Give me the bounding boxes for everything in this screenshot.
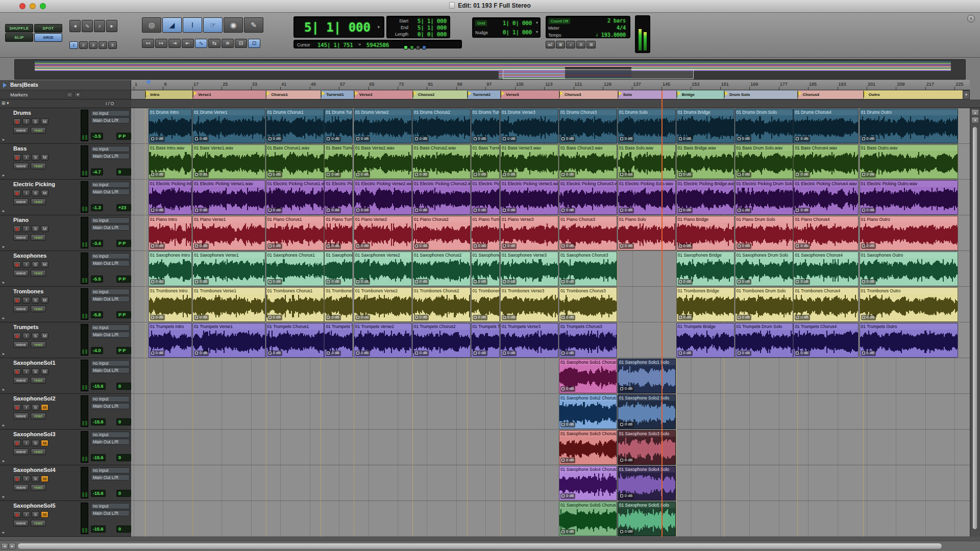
clip-gain-badge[interactable]: 0 dB — [737, 208, 751, 213]
clip-gain-badge[interactable]: 0 dB — [619, 458, 634, 463]
track-expand-arrow[interactable]: ▸ — [3, 352, 5, 356]
audio-clip[interactable]: 01 Saxophone Solo4 Chorus30 dB — [559, 466, 617, 500]
input-path-selector[interactable]: no input — [91, 467, 130, 473]
track-view-selector[interactable]: wave — [13, 306, 29, 312]
marker-name[interactable]: Chorus1 — [271, 92, 287, 97]
volume-value[interactable]: -5.8 — [91, 311, 103, 318]
mute-button[interactable]: M — [41, 475, 48, 482]
audio-clip[interactable]: 01 Drums Intro0 dB — [149, 109, 192, 143]
output-path-selector[interactable]: Main Out L/R — [91, 224, 130, 231]
clip-gain-badge[interactable]: 0 dB — [150, 350, 165, 356]
pan-value[interactable]: P P — [116, 133, 131, 140]
audio-clip[interactable]: 01 Saxophones Verse30 dB — [500, 252, 558, 286]
output-path-selector[interactable]: Main Out L/R — [91, 332, 130, 338]
audio-clip[interactable]: 01 Drums Solo0 dB — [618, 109, 676, 143]
clip-gain-badge[interactable]: 0 dB — [355, 350, 370, 356]
audio-clip[interactable]: 01 Bass Chorus1.wav0 dB — [266, 144, 324, 179]
audio-clip[interactable]: 01 Trumpets Chorus10 dB — [266, 323, 324, 358]
track-name[interactable]: Piano — [13, 217, 29, 223]
insertion-marker-button[interactable]: ⊟ — [235, 39, 247, 48]
track-expand-arrow[interactable]: ▸ — [3, 244, 5, 249]
audio-clip[interactable]: 01 Trumpets Verse30 dB — [500, 323, 558, 358]
clip-gain-badge[interactable]: 0 dB — [737, 243, 751, 249]
output-path-selector[interactable]: Main Out L/R — [91, 403, 130, 409]
automation-mode-button[interactable]: read — [31, 413, 46, 419]
clip-gain-badge[interactable]: 0 dB — [473, 136, 487, 142]
track-name[interactable]: Bass — [13, 145, 27, 152]
zoomer-tool[interactable]: ◎ — [142, 17, 161, 33]
audio-clip[interactable]: 01 Trombones Verse20 dB — [354, 287, 412, 322]
clip-gain-badge[interactable]: 0 dB — [795, 136, 810, 142]
nudge-dropdown-icon[interactable]: ▾ — [536, 30, 538, 34]
main-counter-panel[interactable]: 5| 1| 000 ▾ — [293, 16, 384, 38]
clip-gain-badge[interactable]: 0 dB — [473, 315, 487, 320]
automation-mode-button[interactable]: read — [31, 306, 46, 312]
solo-button[interactable]: S — [32, 511, 39, 518]
mute-button[interactable]: M — [41, 404, 48, 411]
solo-button[interactable]: S — [32, 190, 39, 196]
audio-clip[interactable]: 01 Electric Picking Chorus2.wav0 dB — [412, 180, 471, 215]
audio-clip[interactable]: 01 Trombones Chorus30 dB — [559, 287, 617, 322]
clip-gain-badge[interactable]: 0 dB — [326, 350, 340, 356]
clip-gain-badge[interactable]: 0 dB — [355, 279, 370, 285]
audio-clip[interactable]: 01 Electric Picking Turnrnd1.wav0 dB — [324, 180, 353, 215]
clip-gain-badge[interactable]: 0 dB — [560, 243, 575, 249]
pan-value[interactable]: 0 — [116, 525, 131, 533]
marker-name[interactable]: Intro — [151, 92, 160, 97]
clip-gain-badge[interactable]: 0 dB — [194, 315, 209, 320]
audio-clip[interactable]: 01 Piano Drum Solo0 dB — [735, 216, 793, 251]
session-count-off-value[interactable]: 2 bars — [607, 18, 626, 23]
output-path-selector[interactable]: Main Out L/R — [91, 260, 130, 266]
clip-gain-badge[interactable]: 0 dB — [414, 350, 429, 356]
clip-gain-badge[interactable]: 0 dB — [150, 208, 165, 213]
track-expand-arrow[interactable]: ▸ — [3, 530, 5, 535]
output-path-selector[interactable]: Main Out L/R — [91, 153, 130, 159]
session-meter-value[interactable]: 4/4 — [617, 25, 626, 31]
automation-mode-button[interactable]: read — [31, 341, 46, 348]
trim-tool[interactable]: ◢ — [162, 17, 182, 33]
audio-clip[interactable]: 01 Trombones Verse10 dB — [192, 287, 265, 322]
clip-gain-badge[interactable]: 0 dB — [560, 529, 575, 535]
audio-clip[interactable]: 01 Bass Intro.wav0 dB — [149, 144, 192, 179]
mute-button[interactable]: M — [41, 154, 48, 161]
clip-gain-badge[interactable]: 0 dB — [560, 315, 575, 320]
add-marker-button[interactable]: + — [963, 90, 970, 99]
clip-gain-badge[interactable]: 0 dB — [473, 172, 487, 178]
audio-clip[interactable]: 01 Trumpets Verse10 dB — [192, 323, 265, 358]
audio-clip[interactable]: 01 Trumpets Turnrnd20 dB — [471, 323, 500, 358]
audio-clip[interactable]: 01 Electric Picking Verse1.wav0 dB — [192, 180, 265, 215]
audio-clip[interactable]: 01 Saxophone Solo2 Solo0 dB — [618, 394, 676, 429]
marker-flag-icon[interactable] — [193, 91, 197, 95]
automation-mode-button[interactable]: read — [31, 198, 46, 205]
track-expand-arrow[interactable]: ▸ — [3, 423, 5, 428]
scroll-up-button[interactable]: ▴ — [971, 109, 979, 116]
track-expand-arrow[interactable]: ▸ — [3, 387, 5, 392]
automation-mode-button[interactable]: read — [31, 234, 46, 241]
universe-overview[interactable] — [14, 59, 966, 80]
automation-mode-button[interactable]: read — [31, 520, 46, 527]
zoom-out-button[interactable]: ◂ — [69, 20, 81, 32]
input-path-selector[interactable]: no input — [91, 110, 130, 116]
audio-clip[interactable]: 01 Saxophones Verse20 dB — [354, 252, 412, 286]
audio-clip[interactable]: 01 Saxophone Solo1 Solo0 dB — [618, 359, 676, 393]
audio-clip[interactable]: 01 Bass Solo.wav0 dB — [618, 144, 676, 179]
audio-clip[interactable]: 01 Saxophone Solo4 Solo0 dB — [618, 466, 676, 500]
solo-button[interactable]: S — [32, 333, 39, 339]
audio-clip[interactable]: 01 Drums Verse10 dB — [192, 109, 265, 143]
link-track-edit-button[interactable]: ≋ — [222, 39, 234, 48]
audio-clip[interactable]: 01 Trumpets Drum Solo0 dB — [735, 323, 793, 358]
clip-gain-badge[interactable]: 0 dB — [473, 350, 487, 356]
volume-value[interactable]: -15.6 — [91, 418, 106, 425]
scroll-down-button[interactable]: ▾ — [971, 117, 979, 123]
clip-gain-badge[interactable]: 0 dB — [150, 136, 165, 142]
clip-gain-badge[interactable]: 0 dB — [619, 529, 634, 535]
audio-clip[interactable]: 01 Trombones Turnrnd20 dB — [471, 287, 500, 322]
clip-gain-badge[interactable]: 0 dB — [861, 136, 876, 142]
clip-gain-badge[interactable]: 0 dB — [737, 136, 751, 142]
audio-clip[interactable]: 01 Drums Chorus10 dB — [266, 109, 324, 143]
marker-name[interactable]: Chorus3 — [565, 92, 581, 97]
clip-gain-badge[interactable]: 0 dB — [619, 208, 634, 213]
clip-gain-badge[interactable]: 0 dB — [795, 243, 810, 249]
marker-name[interactable]: Verse2 — [359, 92, 373, 97]
audio-clip[interactable]: 01 Trombones Outro0 dB — [860, 287, 958, 322]
